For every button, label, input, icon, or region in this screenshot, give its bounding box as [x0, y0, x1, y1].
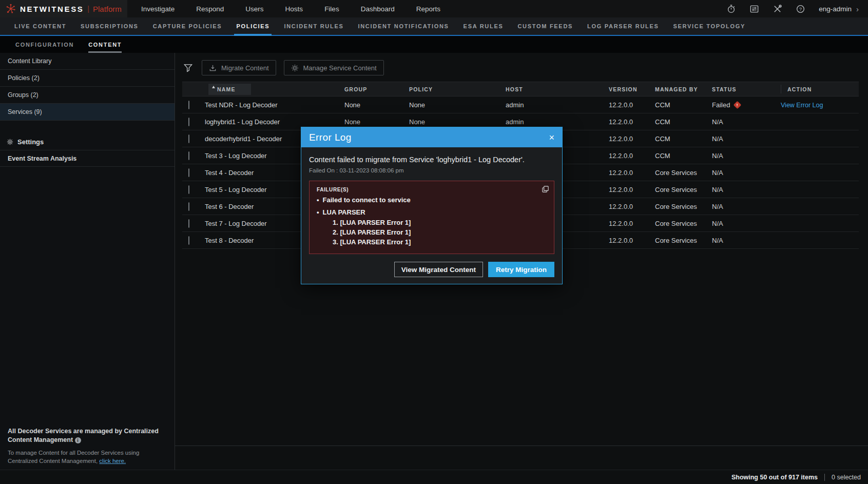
timer-icon[interactable]	[726, 4, 736, 14]
tab-policies[interactable]: POLICIES	[229, 17, 277, 35]
nav-item-investigate[interactable]: Investigate	[130, 0, 185, 17]
cell-version: 12.2.0.0	[609, 203, 655, 210]
row-checkbox[interactable]	[188, 168, 189, 177]
row-checkbox[interactable]	[188, 151, 189, 160]
sidebar-settings-header[interactable]: Settings	[0, 133, 175, 150]
tab-incident-notifications[interactable]: INCIDENT NOTIFICATIONS	[351, 17, 456, 35]
row-checkbox[interactable]	[188, 202, 189, 211]
failures-box: FAILURE(S) •Failed to connect to service…	[309, 181, 554, 254]
status-text: N/A	[712, 135, 723, 143]
gear-icon	[291, 64, 299, 72]
nav-item-users[interactable]: Users	[235, 0, 274, 17]
tab-service-topology[interactable]: SERVICE TOPOLOGY	[666, 17, 753, 35]
failed-on-timestamp: Failed On : 03-11-2023 08:08:06 pm	[309, 167, 554, 173]
tab-esa-rules[interactable]: ESA RULES	[456, 17, 511, 35]
cell-version: 12.2.0.0	[609, 118, 655, 126]
sidebar-item-groups-2[interactable]: Groups (2)	[0, 87, 175, 104]
row-checkbox[interactable]	[188, 101, 189, 109]
cell-name: loghybrid1 - Log Decoder	[203, 118, 344, 126]
column-header-action[interactable]: ACTION	[781, 85, 859, 93]
info-glyph: i	[77, 437, 79, 444]
row-checkbox[interactable]	[188, 219, 189, 228]
tab-incident-rules[interactable]: INCIDENT RULES	[277, 17, 351, 35]
nav-item-reports[interactable]: Reports	[406, 0, 451, 17]
cell-managed-by: CCM	[655, 135, 712, 143]
failure-sub-item: 2. [LUA PARSER Error 1]	[333, 228, 547, 236]
nav-item-dashboard[interactable]: Dashboard	[350, 0, 406, 17]
nav-item-files[interactable]: Files	[314, 0, 350, 17]
tab-capture-policies[interactable]: CAPTURE POLICIES	[146, 17, 229, 35]
help-icon[interactable]: ?	[796, 4, 805, 14]
status-text: N/A	[712, 186, 723, 193]
tab-subscriptions[interactable]: SUBSCRIPTIONS	[73, 17, 146, 35]
status-text: N/A	[712, 152, 723, 160]
error-diamond-icon: !	[734, 101, 742, 109]
primary-nav: InvestigateRespondUsersHostsFilesDashboa…	[130, 0, 451, 17]
tab-content[interactable]: CONTENT	[88, 36, 122, 53]
checkbox-cell	[182, 152, 203, 160]
preferences-icon[interactable]	[749, 4, 759, 14]
column-header-managed-by[interactable]: MANAGED BY	[655, 86, 712, 92]
row-checkbox[interactable]	[188, 185, 189, 194]
tab-log-parser-rules[interactable]: LOG PARSER RULES	[580, 17, 666, 35]
row-checkbox[interactable]	[188, 118, 189, 126]
brand-product: Platform	[93, 5, 122, 13]
svg-text:?: ?	[799, 6, 802, 12]
status-text: N/A	[712, 169, 723, 177]
brand-logo[interactable]: NETWITNESS | Platform	[0, 0, 127, 17]
cell-policy: None	[409, 101, 506, 109]
failure-item: •Failed to connect to service	[317, 196, 547, 205]
click-here-link[interactable]: click here.	[99, 458, 126, 464]
migrate-content-label: Migrate Content	[221, 64, 269, 72]
filter-icon[interactable]	[183, 63, 193, 73]
cell-name: Test NDR - Log Decoder	[203, 101, 344, 109]
error-message: Content failed to migrate from Service '…	[309, 156, 554, 164]
cell-managed-by: Core Services	[655, 237, 712, 244]
column-header-host[interactable]: HOST	[506, 86, 609, 92]
row-checkbox[interactable]	[188, 236, 189, 245]
gear-icon	[7, 139, 13, 145]
nav-item-respond[interactable]: Respond	[185, 0, 235, 17]
brand-separator: |	[87, 5, 89, 13]
cell-version: 12.2.0.0	[609, 169, 655, 177]
sidebar-item-policies-2[interactable]: Policies (2)	[0, 70, 175, 87]
row-checkbox[interactable]	[188, 134, 189, 143]
migrate-content-button[interactable]: Migrate Content	[202, 60, 276, 75]
column-header-name[interactable]: NAME	[203, 83, 344, 95]
column-header-version[interactable]: VERSION	[609, 86, 655, 92]
cell-status: N/A	[712, 203, 781, 210]
sidebar-item-services-9[interactable]: Services (9)	[0, 104, 175, 121]
manage-service-content-button[interactable]: Manage Service Content	[284, 60, 384, 75]
cell-status: N/A	[712, 135, 781, 143]
tab-live-content[interactable]: LIVE CONTENT	[7, 17, 73, 35]
tab-custom-feeds[interactable]: CUSTOM FEEDS	[510, 17, 580, 35]
checkbox-cell	[182, 118, 203, 126]
retry-migration-button[interactable]: Retry Migration	[488, 262, 554, 277]
tab-configuration[interactable]: CONFIGURATION	[15, 36, 74, 53]
sidebar: Content LibraryPolicies (2)Groups (2)Ser…	[0, 53, 175, 484]
user-menu[interactable]: eng-admin ›	[819, 5, 859, 13]
column-header-status[interactable]: STATUS	[712, 86, 781, 92]
nav-item-hosts[interactable]: Hosts	[275, 0, 314, 17]
cell-status: N/A	[712, 118, 781, 126]
failure-text: Failed to connect to service	[323, 196, 411, 205]
view-migrated-content-button[interactable]: View Migrated Content	[394, 262, 483, 277]
view-error-log-link[interactable]: View Error Log	[781, 102, 823, 109]
sidebar-item-content-library[interactable]: Content Library	[0, 53, 175, 70]
note-title: All Decoder Services are managed by Cent…	[8, 427, 163, 445]
cell-host: admin	[506, 101, 609, 109]
failures-label: FAILURE(S)	[317, 187, 547, 192]
cell-status: N/A	[712, 169, 781, 177]
cell-status: N/A	[712, 237, 781, 244]
close-icon[interactable]: ×	[549, 133, 554, 142]
column-header-policy[interactable]: POLICY	[409, 86, 506, 92]
failure-sub-item: 3. [LUA PARSER Error 1]	[333, 238, 547, 246]
copy-icon[interactable]	[542, 185, 549, 193]
column-header-group[interactable]: GROUP	[344, 86, 409, 92]
info-icon[interactable]: i	[75, 437, 81, 443]
sidebar-item-event-stream-analysis[interactable]: Event Stream Analysis	[0, 150, 175, 167]
chevron-right-icon: ›	[856, 5, 859, 13]
toolbar: Migrate Content Manage Service Content	[183, 60, 868, 75]
tools-icon[interactable]	[773, 4, 782, 14]
tertiary-nav: CONFIGURATIONCONTENT	[0, 36, 868, 53]
